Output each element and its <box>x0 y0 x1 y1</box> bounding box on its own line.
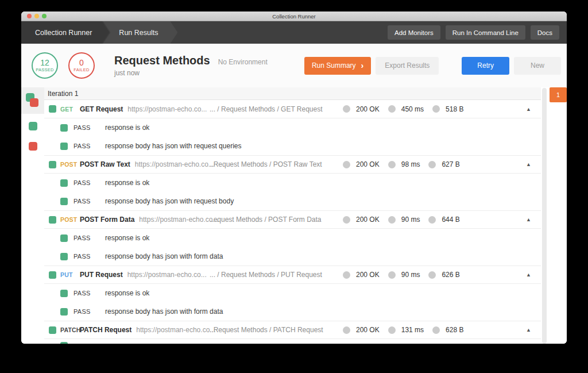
request-name: PATCH Request <box>80 326 131 334</box>
time-badge-label: 90 ms <box>401 216 420 224</box>
docs-button[interactable]: Docs <box>531 25 559 40</box>
pass-icon <box>60 198 68 205</box>
iteration-badge[interactable]: 1 <box>550 87 567 102</box>
filter-all-button[interactable] <box>21 87 44 114</box>
filter-failed-button[interactable] <box>21 142 44 151</box>
size-badge-label: 626 B <box>442 271 459 279</box>
time-badge: 90 ms <box>388 216 420 224</box>
test-pass-label: PASS <box>74 290 105 297</box>
status-dot-icon <box>343 326 350 334</box>
status-dot-icon <box>428 161 436 168</box>
zoom-window-button[interactable] <box>42 14 47 18</box>
request-stats: 200 OK450 ms518 B <box>343 105 463 113</box>
filter-sidebar <box>21 87 44 344</box>
passed-count-circle: 12 PASSED <box>32 52 58 79</box>
status-dot-icon <box>343 271 350 279</box>
navbar: Collection Runner Run Results Add Monito… <box>21 21 567 44</box>
request-method: PATCH <box>60 326 80 333</box>
request-name: POST Raw Text <box>80 160 130 168</box>
request-name: POST Form Data <box>80 216 134 224</box>
collection-title: Request Methods <box>114 54 210 67</box>
request-row[interactable]: PUTPUT Requesthttps://postman-echo.co...… <box>44 266 541 284</box>
retry-button[interactable]: Retry <box>462 57 509 75</box>
size-badge: 628 B <box>432 326 463 334</box>
test-description: response body has json with form data <box>105 252 223 260</box>
test-description: response body has json with form data <box>105 307 223 316</box>
test-row: PASSresponse is ok <box>44 174 541 192</box>
status-dot-icon <box>432 105 440 113</box>
request-row[interactable]: GETGET Requesthttps://postman-echo.co...… <box>44 100 541 118</box>
failed-count-circle: 0 FAILED <box>68 52 95 79</box>
request-url: https://postman-echo.co... <box>139 216 218 224</box>
pass-icon <box>60 143 68 150</box>
request-row[interactable]: POSTPOST Form Datahttps://postman-echo.c… <box>44 210 541 229</box>
request-path: ..Request Methods / PATCH Request <box>210 326 323 334</box>
scrollbar-rail <box>541 87 567 344</box>
request-row[interactable]: POSTPOST Raw Texthttps://postman-echo.co… <box>44 155 541 174</box>
pass-icon <box>60 342 68 344</box>
breadcrumb-run-results[interactable]: Run Results <box>103 21 177 44</box>
pass-icon <box>60 290 68 297</box>
export-results-button[interactable]: Export Results <box>376 57 439 75</box>
test-description: response is ok <box>105 234 149 242</box>
request-url: https://postman-echo.co... <box>136 326 215 334</box>
fail-icon <box>30 98 38 107</box>
test-row: PASSresponse body has json with form dat… <box>44 247 541 266</box>
failed-count: 0 <box>79 59 84 67</box>
request-method: GET <box>60 106 80 113</box>
collapse-arrow-icon[interactable]: ▲ <box>526 106 531 112</box>
run-summary-button[interactable]: Run Summary › <box>304 57 371 75</box>
pass-icon <box>49 326 56 334</box>
request-path: ..Request Methods / POST Raw Text <box>210 160 322 168</box>
iteration-header: Iteration 1 <box>44 87 541 100</box>
test-row: PASSresponse body has json with form dat… <box>44 302 541 321</box>
status-dot-icon <box>388 161 396 168</box>
test-row-partial <box>44 339 541 344</box>
test-description: response body has json with request quer… <box>105 142 241 150</box>
iteration-label: Iteration 1 <box>48 90 78 98</box>
pass-icon <box>60 124 68 132</box>
run-in-command-line-button[interactable]: Run In Command Line <box>446 25 525 40</box>
status-dot-icon <box>388 105 396 113</box>
request-method: PUT <box>60 271 80 278</box>
scrollbar[interactable] <box>542 88 547 344</box>
request-stats: 200 OK98 ms627 B <box>343 160 460 168</box>
breadcrumb: Collection Runner Run Results <box>21 21 177 44</box>
new-button[interactable]: New <box>514 57 561 75</box>
test-description: response body has json with request body <box>105 197 234 205</box>
close-window-button[interactable] <box>27 14 32 18</box>
time-badge: 131 ms <box>388 326 424 334</box>
time-badge: 90 ms <box>388 271 420 279</box>
pass-icon <box>49 161 56 168</box>
collapse-arrow-icon[interactable]: ▲ <box>526 217 531 222</box>
pass-icon <box>60 253 68 260</box>
request-method: POST <box>60 161 80 168</box>
add-monitors-button[interactable]: Add Monitors <box>388 25 440 40</box>
request-method: POST <box>60 216 80 223</box>
breadcrumb-collection-runner[interactable]: Collection Runner <box>21 21 109 44</box>
status-dot-icon <box>343 161 350 168</box>
status-badge: 200 OK <box>343 271 380 279</box>
status-badge-label: 200 OK <box>356 271 380 279</box>
collapse-arrow-icon[interactable]: ▲ <box>526 272 531 278</box>
titlebar: Collection Runner <box>21 11 567 21</box>
minimize-window-button[interactable] <box>34 14 39 18</box>
passed-label: PASSED <box>36 67 54 72</box>
run-header: 12 PASSED 0 FAILED Request Methods No En… <box>21 44 567 87</box>
size-badge: 627 B <box>428 160 459 168</box>
test-row: PASSresponse is ok <box>44 118 541 137</box>
request-stats: 200 OK131 ms628 B <box>343 326 463 334</box>
test-description: response is ok <box>105 124 149 132</box>
filter-passed-button[interactable] <box>21 122 44 130</box>
time-badge: 98 ms <box>388 160 420 168</box>
request-name: GET Request <box>80 105 123 113</box>
time-badge-label: 450 ms <box>401 105 424 113</box>
time-badge: 450 ms <box>388 105 424 113</box>
size-badge: 644 B <box>428 216 459 224</box>
request-row[interactable]: PATCHPATCH Requesthttps://postman-echo.c… <box>44 321 541 339</box>
chevron-right-icon: › <box>361 61 364 70</box>
environment-label: No Environment <box>218 58 268 66</box>
collapse-arrow-icon[interactable]: ▲ <box>526 161 531 167</box>
collapse-arrow-icon[interactable]: ▲ <box>526 327 531 333</box>
failed-label: FAILED <box>74 67 90 72</box>
